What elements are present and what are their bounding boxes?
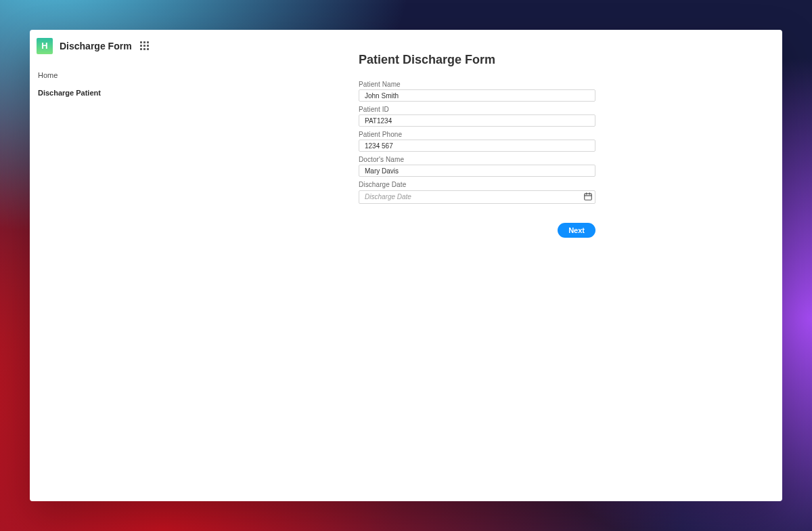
label-discharge-date: Discharge Date — [359, 181, 782, 188]
next-button[interactable]: Next — [558, 223, 595, 238]
input-discharge-date[interactable] — [359, 190, 595, 204]
label-patient-id: Patient ID — [359, 106, 782, 113]
svg-rect-0 — [585, 194, 592, 200]
sidebar-item-discharge-patient[interactable]: Discharge Patient — [30, 84, 184, 102]
label-patient-phone: Patient Phone — [359, 131, 782, 138]
field-patient-id: Patient ID — [359, 106, 782, 127]
input-patient-id[interactable] — [359, 114, 595, 127]
input-patient-name[interactable] — [359, 89, 595, 102]
label-patient-name: Patient Name — [359, 81, 782, 88]
main-content: Patient Discharge Form Patient Name Pati… — [184, 30, 782, 501]
calendar-icon[interactable] — [583, 192, 593, 201]
side-nav: Home Discharge Patient — [30, 64, 184, 102]
input-patient-phone[interactable] — [359, 140, 595, 152]
label-doctor-name: Doctor's Name — [359, 156, 782, 163]
brand-logo-letter: H — [41, 38, 47, 54]
form-container: Patient Discharge Form Patient Name Pati… — [359, 53, 782, 238]
brand-logo: H — [37, 38, 53, 54]
field-doctor-name: Doctor's Name — [359, 156, 782, 177]
field-patient-phone: Patient Phone — [359, 131, 782, 152]
form-actions: Next — [359, 208, 595, 238]
sidebar: H Discharge Form Home Discharge Patient — [30, 30, 184, 501]
apps-grid-icon[interactable] — [140, 41, 150, 51]
sidebar-item-home[interactable]: Home — [30, 66, 184, 84]
field-discharge-date: Discharge Date — [359, 181, 782, 204]
app-title: Discharge Form — [60, 41, 132, 51]
field-patient-name: Patient Name — [359, 81, 782, 102]
brand-row: H Discharge Form — [30, 38, 184, 64]
page-title: Patient Discharge Form — [359, 53, 782, 67]
app-window: H Discharge Form Home Discharge Patient … — [30, 30, 782, 501]
input-doctor-name[interactable] — [359, 165, 595, 177]
